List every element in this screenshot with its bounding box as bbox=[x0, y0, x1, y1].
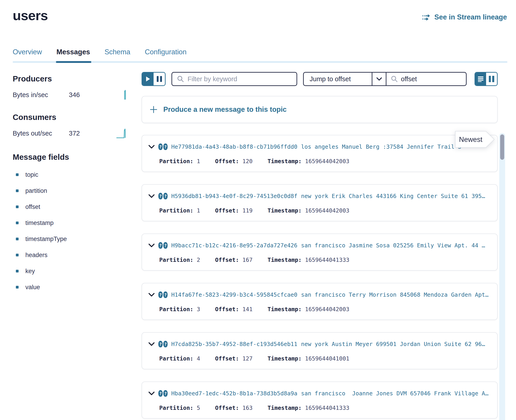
field-bullet-icon bbox=[16, 222, 19, 224]
message-card[interactable]: ?? Hba30eed7-1edc-452b-8b1a-738d3b5d8a9a… bbox=[142, 382, 498, 419]
produce-message-button[interactable]: Produce a new message to this topic bbox=[142, 96, 498, 123]
message-meta-row: Partition:5 Offset:163 Timestamp:1659644… bbox=[159, 405, 349, 411]
field-item-key[interactable]: key bbox=[13, 268, 127, 274]
bytes-in-label: Bytes in/sec bbox=[13, 91, 69, 99]
field-item-topic[interactable]: topic bbox=[13, 172, 127, 178]
jump-select-chevron[interactable] bbox=[372, 73, 386, 85]
field-item-value[interactable]: value bbox=[13, 284, 127, 290]
view-toggle-group bbox=[475, 72, 498, 86]
timestamp-value: 1659644042003 bbox=[305, 207, 349, 214]
timestamp-label: Timestamp: bbox=[268, 158, 302, 165]
message-key: H14fa67fe-5823-4299-b3c4-595845cfcae0 bbox=[171, 292, 297, 298]
consumers-heading: Consumers bbox=[13, 113, 127, 122]
partition-label: Partition: bbox=[159, 355, 193, 362]
partition-label: Partition: bbox=[159, 405, 193, 411]
message-card[interactable]: ?? He77981da-4a43-48ab-b8f8-cb71b96ffdd0… bbox=[142, 135, 498, 172]
message-meta-row: Partition:1 Offset:119 Timestamp:1659644… bbox=[159, 207, 349, 214]
offset-search-input[interactable] bbox=[401, 75, 455, 83]
search-icon bbox=[177, 75, 184, 82]
produce-message-label: Produce a new message to this topic bbox=[163, 105, 286, 114]
bytes-out-metric: Bytes out/sec 372 bbox=[13, 128, 127, 138]
message-card[interactable]: ?? H5936db81-b943-4e0f-8c29-74513e0c0d8f… bbox=[142, 184, 498, 221]
message-summary-row: ?? He77981da-4a43-48ab-b8f8-cb71b96ffdd0… bbox=[148, 143, 493, 150]
tab-schema[interactable]: Schema bbox=[104, 48, 130, 63]
bytes-out-sparkline bbox=[116, 128, 127, 138]
bytes-in-sparkline bbox=[121, 90, 127, 100]
pause-button[interactable] bbox=[154, 73, 165, 85]
chevron-down-icon[interactable] bbox=[148, 243, 155, 248]
timestamp-value: 1659644042003 bbox=[305, 158, 349, 165]
field-item-offset[interactable]: offset bbox=[13, 204, 127, 210]
column-view-icon bbox=[489, 76, 491, 82]
partition-value: 4 bbox=[197, 355, 200, 362]
message-key: H5936db81-b943-4e0f-8c29-74513e0c0d8f bbox=[171, 193, 297, 199]
column-view-button[interactable] bbox=[486, 73, 497, 85]
field-item-timestampType[interactable]: timestampType bbox=[13, 236, 127, 242]
message-value-preview: new york Austin Meyer 699501 Jordan Unio… bbox=[301, 341, 485, 347]
messages-toolbar: Jump to offset bbox=[142, 72, 498, 86]
list-view-button[interactable] bbox=[475, 73, 486, 85]
message-summary-row: ?? H14fa67fe-5823-4299-b3c4-595845cfcae0… bbox=[148, 292, 493, 298]
message-summary-row: ?? H9bacc71c-b12c-4216-8e95-2a7da727e426… bbox=[148, 242, 493, 249]
message-value-preview: san francisco Joanne Jones DVM 657046 Fr… bbox=[301, 390, 489, 397]
message-value-preview: san francisco Jasmine Sosa 025256 Emily … bbox=[301, 242, 485, 249]
partition-label: Partition: bbox=[159, 158, 193, 165]
field-item-headers[interactable]: headers bbox=[13, 252, 127, 258]
field-label: partition bbox=[25, 187, 47, 194]
lineage-link-label: See in Stream lineage bbox=[434, 13, 507, 21]
messages-panel: Jump to offset bbox=[142, 72, 498, 420]
search-icon bbox=[391, 75, 398, 82]
field-label: value bbox=[25, 284, 40, 291]
chevron-down-icon[interactable] bbox=[148, 391, 155, 396]
message-summary-row: ?? H7cda825b-35b7-4952-88ef-c193d546eb11… bbox=[148, 341, 493, 347]
message-card[interactable]: ?? H14fa67fe-5823-4299-b3c4-595845cfcae0… bbox=[142, 283, 498, 320]
scrollbar-thumb[interactable] bbox=[500, 135, 504, 160]
tab-bar: Overview Messages Schema Configuration bbox=[13, 48, 507, 63]
timestamp-value: 1659644041001 bbox=[305, 355, 349, 362]
see-in-stream-lineage-link[interactable]: See in Stream lineage bbox=[422, 13, 507, 21]
partition-label: Partition: bbox=[159, 306, 193, 313]
jump-to-offset-select[interactable]: Jump to offset bbox=[304, 73, 372, 85]
newest-tooltip-label: Newest bbox=[459, 135, 483, 143]
chevron-down-icon[interactable] bbox=[148, 342, 155, 346]
tab-configuration[interactable]: Configuration bbox=[145, 48, 186, 63]
unknown-format-icon: ?? bbox=[158, 390, 168, 397]
field-bullet-icon bbox=[16, 286, 19, 289]
field-item-partition[interactable]: partition bbox=[13, 188, 127, 194]
message-value-preview: los angeles Manuel Berg :37584 Jennifer … bbox=[301, 143, 461, 150]
partition-label: Partition: bbox=[159, 207, 193, 214]
field-bullet-icon bbox=[16, 238, 19, 240]
message-card[interactable]: ?? H9bacc71c-b12c-4216-8e95-2a7da727e426… bbox=[142, 233, 498, 271]
message-value-preview: new york Erik Charles 443166 King Center… bbox=[301, 193, 485, 199]
message-value-preview: san francisco Terry Morrison 845068 Mend… bbox=[301, 292, 489, 298]
unknown-format-icon: ?? bbox=[158, 242, 168, 249]
field-item-timestamp[interactable]: timestamp bbox=[13, 220, 127, 226]
scrollbar-track[interactable] bbox=[499, 133, 505, 420]
partition-label: Partition: bbox=[159, 257, 193, 263]
bytes-out-value: 372 bbox=[69, 130, 80, 137]
offset-value: 167 bbox=[242, 257, 253, 263]
bytes-in-value: 346 bbox=[69, 91, 80, 99]
message-list: ?? He77981da-4a43-48ab-b8f8-cb71b96ffdd0… bbox=[142, 135, 498, 419]
chevron-down-icon[interactable] bbox=[148, 293, 155, 297]
pause-icon bbox=[160, 76, 162, 82]
filter-keyword-input[interactable] bbox=[188, 75, 292, 83]
partition-value: 3 bbox=[197, 306, 200, 313]
partition-value: 1 bbox=[197, 158, 200, 165]
timestamp-label: Timestamp: bbox=[268, 207, 302, 214]
plus-icon bbox=[150, 106, 157, 113]
offset-label: Offset: bbox=[215, 158, 239, 165]
message-summary-row: ?? Hba30eed7-1edc-452b-8b1a-738d3b5d8a9a… bbox=[148, 390, 493, 397]
message-fields-heading: Message fields bbox=[13, 152, 127, 162]
tab-messages[interactable]: Messages bbox=[56, 48, 90, 63]
tab-overview[interactable]: Overview bbox=[13, 48, 42, 63]
timestamp-label: Timestamp: bbox=[268, 306, 302, 313]
chevron-down-icon[interactable] bbox=[148, 194, 155, 198]
field-bullet-icon bbox=[16, 189, 19, 192]
offset-search-box bbox=[386, 73, 466, 85]
message-fields-list: topic partition offset timestamp timesta… bbox=[13, 172, 127, 290]
field-bullet-icon bbox=[16, 254, 19, 256]
play-button[interactable] bbox=[142, 73, 154, 85]
message-card[interactable]: ?? H7cda825b-35b7-4952-88ef-c193d546eb11… bbox=[142, 332, 498, 369]
chevron-down-icon[interactable] bbox=[148, 145, 155, 149]
